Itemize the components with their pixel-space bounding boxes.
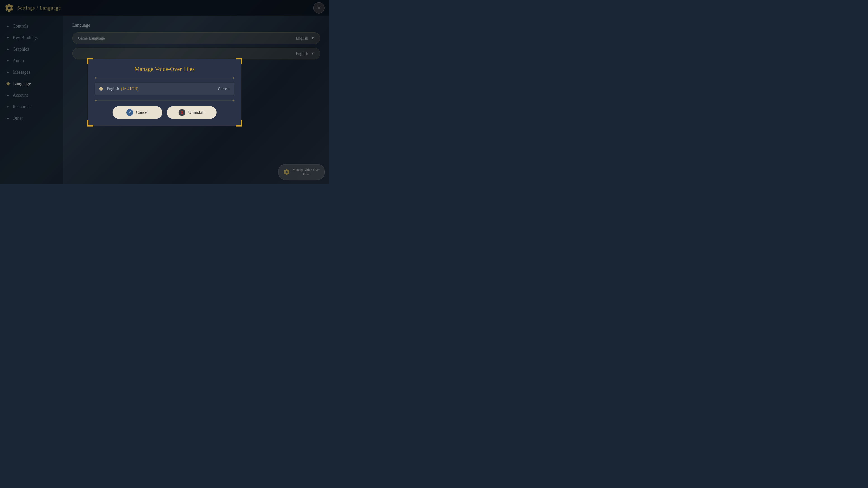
voice-name: English — [107, 87, 119, 91]
corner-bl-decoration — [87, 120, 93, 127]
cancel-button[interactable]: ✕ Cancel — [113, 106, 162, 119]
modal-title: Manage Voice-Over Files — [95, 66, 235, 72]
svg-marker-10 — [87, 120, 93, 127]
voice-size: (16.41GB) — [121, 87, 138, 91]
svg-marker-9 — [236, 58, 242, 64]
voice-item-english: English (16.41GB) Current — [95, 83, 235, 95]
modal-buttons: ✕ Cancel 🗑 Uninstall — [95, 106, 235, 119]
voice-diamond-icon — [99, 87, 103, 91]
voice-over-modal: Manage Voice-Over Files English (16.41GB… — [88, 59, 241, 126]
svg-marker-11 — [236, 120, 242, 127]
corner-tl-decoration — [87, 58, 93, 64]
cancel-label: Cancel — [136, 110, 149, 115]
modal-top-divider — [95, 78, 235, 78]
uninstall-label: Uninstall — [188, 110, 205, 115]
modal-backdrop: Manage Voice-Over Files English (16.41GB… — [0, 0, 329, 184]
uninstall-button[interactable]: 🗑 Uninstall — [167, 106, 217, 119]
cancel-icon: ✕ — [126, 109, 133, 116]
voice-status: Current — [218, 87, 230, 91]
svg-marker-8 — [87, 58, 93, 64]
corner-br-decoration — [236, 120, 242, 127]
corner-tr-decoration — [236, 58, 242, 64]
uninstall-icon: 🗑 — [179, 109, 185, 116]
